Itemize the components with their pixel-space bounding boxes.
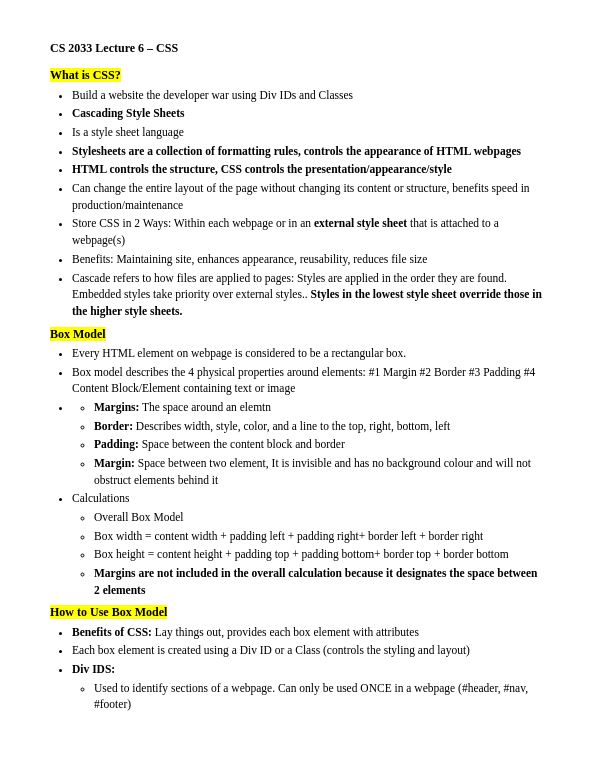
list-item: Div IDS: Used to identify sections of a … [72,661,545,713]
list-item: Box model describes the 4 physical prope… [72,364,545,397]
box-model-section: Box Model Every HTML element on webpage … [50,326,545,599]
list-item: Every HTML element on webpage is conside… [72,345,545,362]
list-item: Calculations Overall Box Model Box width… [72,490,545,598]
how-to-use-box-model-section: How to Use Box Model Benefits of CSS: La… [50,604,545,713]
list-item: HTML controls the structure, CSS control… [72,161,545,178]
list-item: Benefits: Maintaining site, enhances app… [72,251,545,268]
list-item: Can change the entire layout of the page… [72,180,545,213]
list-item: Used to identify sections of a webpage. … [94,680,545,713]
list-item: Margins: The space around an elemtn Bord… [72,399,545,488]
how-to-use-list: Benefits of CSS: Lay things out, provide… [50,624,545,713]
list-item: Is a style sheet language [72,124,545,141]
list-item: Box height = content height + padding to… [94,546,545,563]
list-item: Cascade refers to how files are applied … [72,270,545,320]
what-is-css-section: What is CSS? Build a website the develop… [50,67,545,319]
box-properties-list: Margins: The space around an elemtn Bord… [72,399,545,488]
list-item: Margins are not included in the overall … [94,565,545,598]
list-item: Overall Box Model [94,509,545,526]
what-is-css-list: Build a website the developer war using … [50,87,545,320]
list-item: Stylesheets are a collection of formatti… [72,143,545,160]
list-item: Border: Describes width, style, color, a… [94,418,545,435]
div-ids-list: Used to identify sections of a webpage. … [72,680,545,713]
list-item: Margin: Space between two element, It is… [94,455,545,488]
list-item: Box width = content width + padding left… [94,528,545,545]
list-item: Build a website the developer war using … [72,87,545,104]
box-model-heading: Box Model [50,327,106,341]
box-model-list: Every HTML element on webpage is conside… [50,345,545,598]
list-item: Margins: The space around an elemtn [94,399,545,416]
calculations-list: Overall Box Model Box width = content wi… [72,509,545,598]
list-item: Each box element is created using a Div … [72,642,545,659]
list-item: Padding: Space between the content block… [94,436,545,453]
list-item: Cascading Style Sheets [72,105,545,122]
list-item: Benefits of CSS: Lay things out, provide… [72,624,545,641]
list-item: Store CSS in 2 Ways: Within each webpage… [72,215,545,248]
what-is-css-heading: What is CSS? [50,68,121,82]
page-title: CS 2033 Lecture 6 – CSS [50,40,545,57]
how-to-use-heading: How to Use Box Model [50,605,167,619]
